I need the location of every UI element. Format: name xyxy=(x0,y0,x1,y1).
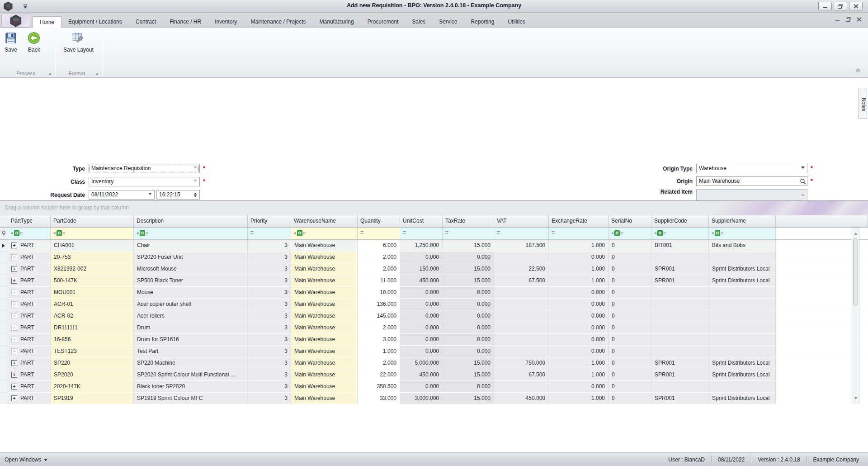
cell-UnitCost[interactable]: 450.000 xyxy=(400,369,443,381)
tab-contract[interactable]: Contract xyxy=(129,16,163,28)
cell-TaxRate[interactable]: 0.000 xyxy=(443,322,494,334)
tab-sales[interactable]: Sales xyxy=(405,16,432,28)
minimize-button[interactable] xyxy=(818,2,832,10)
cell-SupplierName[interactable] xyxy=(709,287,776,299)
cell-ExchangeRate[interactable]: 1.000 xyxy=(549,240,609,252)
cell-TaxRate[interactable]: 15.000 xyxy=(443,393,494,404)
chevron-down-icon[interactable] xyxy=(799,165,807,172)
tab-service[interactable]: Service xyxy=(432,16,464,28)
cell-Quantity[interactable]: 2.000 xyxy=(358,357,400,369)
app-menu-button[interactable] xyxy=(1,14,30,28)
cell-SupplierCode[interactable]: SPR001 xyxy=(651,357,709,369)
dialog-launcher-icon[interactable] xyxy=(48,73,51,75)
cell-ExchangeRate[interactable]: 0.000 xyxy=(549,299,609,310)
cell-Priority[interactable]: 3 xyxy=(248,346,291,357)
column-header-PartCode[interactable]: PartCode xyxy=(51,215,134,227)
cell-WarehouseName[interactable]: Main Warehouse xyxy=(291,381,358,393)
expand-row-icon[interactable]: + xyxy=(11,290,17,295)
cell-Description[interactable]: SP1919 Sprint Colour MFC xyxy=(134,393,248,404)
cell-PartCode[interactable]: 20-753 xyxy=(51,252,134,263)
cell-VAT[interactable] xyxy=(494,334,549,346)
row-indicator-cell[interactable] xyxy=(0,393,8,404)
tab-maintenance-projects[interactable]: Maintenance / Projects xyxy=(244,16,313,28)
row-indicator-cell[interactable] xyxy=(0,275,8,287)
scroll-down-icon[interactable] xyxy=(854,397,858,401)
save-layout-button[interactable]: Save Layout xyxy=(59,28,98,53)
filter-cell-VAT[interactable]: = xyxy=(494,228,549,239)
cell-SupplierCode[interactable] xyxy=(651,346,709,357)
filter-cell-TaxRate[interactable]: = xyxy=(443,228,494,239)
cell-Quantity[interactable]: 145.000 xyxy=(358,310,400,322)
cell-PartCode[interactable]: TEST123 xyxy=(51,346,134,357)
cell-PartCode[interactable]: SP1919 xyxy=(51,393,134,404)
chevron-down-icon[interactable] xyxy=(192,178,199,185)
cell-Description[interactable]: SP500 Black Toner xyxy=(134,275,248,287)
cell-PartCode[interactable]: DR111111 xyxy=(51,322,134,334)
column-header-SupplierCode[interactable]: SupplierCode xyxy=(651,215,709,227)
cell-VAT[interactable]: 187.500 xyxy=(494,240,549,252)
cell-ExchangeRate[interactable]: 0.000 xyxy=(549,322,609,334)
cell-PartType[interactable]: +PART xyxy=(8,334,51,346)
chevron-down-icon[interactable] xyxy=(192,165,199,172)
cell-SupplierCode[interactable] xyxy=(651,322,709,334)
filter-cell-Quantity[interactable]: = xyxy=(358,228,400,239)
cell-VAT[interactable] xyxy=(494,322,549,334)
cell-Quantity[interactable]: 33.000 xyxy=(358,393,400,404)
cell-TaxRate[interactable]: 15.000 xyxy=(443,357,494,369)
column-header-PartType[interactable]: PartType xyxy=(8,215,51,227)
cell-SerialNo[interactable]: 0 xyxy=(609,252,651,263)
filter-cell-SupplierName[interactable]: ABC xyxy=(709,228,776,239)
expand-row-icon[interactable]: + xyxy=(11,337,17,342)
time-spinner-arrows[interactable] xyxy=(192,191,199,199)
row-indicator-cell[interactable] xyxy=(0,357,8,369)
cell-ExchangeRate[interactable]: 0.000 xyxy=(549,381,609,393)
expand-row-icon[interactable]: + xyxy=(11,266,17,272)
cell-Priority[interactable]: 3 xyxy=(248,310,291,322)
cell-PartType[interactable]: +PART xyxy=(8,263,51,275)
cell-UnitCost[interactable]: 0.000 xyxy=(400,322,443,334)
cell-PartType[interactable]: +PART xyxy=(8,252,51,263)
cell-VAT[interactable]: 22.500 xyxy=(494,263,549,275)
cell-SupplierCode[interactable]: SPR001 xyxy=(651,369,709,381)
cell-Description[interactable]: SP220 Machine xyxy=(134,357,248,369)
row-indicator-cell[interactable] xyxy=(0,252,8,263)
cell-SerialNo[interactable]: 0 xyxy=(609,263,651,275)
cell-WarehouseName[interactable]: Main Warehouse xyxy=(291,369,358,381)
cell-SerialNo[interactable]: 0 xyxy=(609,334,651,346)
cell-PartType[interactable]: +PART xyxy=(8,275,51,287)
cell-WarehouseName[interactable]: Main Warehouse xyxy=(291,334,358,346)
row-indicator-cell[interactable] xyxy=(0,381,8,393)
cell-Description[interactable]: Drum xyxy=(134,322,248,334)
collapse-ribbon-icon[interactable] xyxy=(854,68,862,75)
origin-lookup-field[interactable]: Main Warehouse xyxy=(696,176,807,186)
cell-Priority[interactable]: 3 xyxy=(248,334,291,346)
cell-WarehouseName[interactable]: Main Warehouse xyxy=(291,310,358,322)
cell-WarehouseName[interactable]: Main Warehouse xyxy=(291,275,358,287)
cell-Priority[interactable]: 3 xyxy=(248,357,291,369)
tab-home[interactable]: Home xyxy=(33,16,61,28)
cell-Priority[interactable]: 3 xyxy=(248,287,291,299)
cell-VAT[interactable]: 750.000 xyxy=(494,357,549,369)
cell-SupplierName[interactable]: Sprint Distributors Local xyxy=(709,393,776,404)
cell-SerialNo[interactable]: 0 xyxy=(609,240,651,252)
expand-row-icon[interactable]: + xyxy=(11,301,17,307)
cell-UnitCost[interactable]: 150.000 xyxy=(400,263,443,275)
cell-ExchangeRate[interactable]: 1.000 xyxy=(549,263,609,275)
cell-Quantity[interactable]: 2.000 xyxy=(358,263,400,275)
row-indicator-cell[interactable] xyxy=(0,369,8,381)
cell-Priority[interactable]: 3 xyxy=(248,322,291,334)
cell-TaxRate[interactable]: 0.000 xyxy=(443,299,494,310)
cell-SupplierCode[interactable] xyxy=(651,287,709,299)
cell-SupplierCode[interactable] xyxy=(651,310,709,322)
close-button[interactable] xyxy=(849,2,863,10)
cell-WarehouseName[interactable]: Main Warehouse xyxy=(291,299,358,310)
cell-TaxRate[interactable]: 15.000 xyxy=(443,240,494,252)
search-icon[interactable] xyxy=(799,177,807,185)
cell-ExchangeRate[interactable]: 1.000 xyxy=(549,275,609,287)
scrollbar-thumb[interactable] xyxy=(853,238,858,306)
cell-Quantity[interactable]: 11.000 xyxy=(358,275,400,287)
cell-Description[interactable]: Drum for SP1616 xyxy=(134,334,248,346)
expand-row-icon[interactable]: + xyxy=(11,278,17,284)
mdi-minimize-button[interactable] xyxy=(835,17,840,23)
cell-Description[interactable]: Acer rollers xyxy=(134,310,248,322)
